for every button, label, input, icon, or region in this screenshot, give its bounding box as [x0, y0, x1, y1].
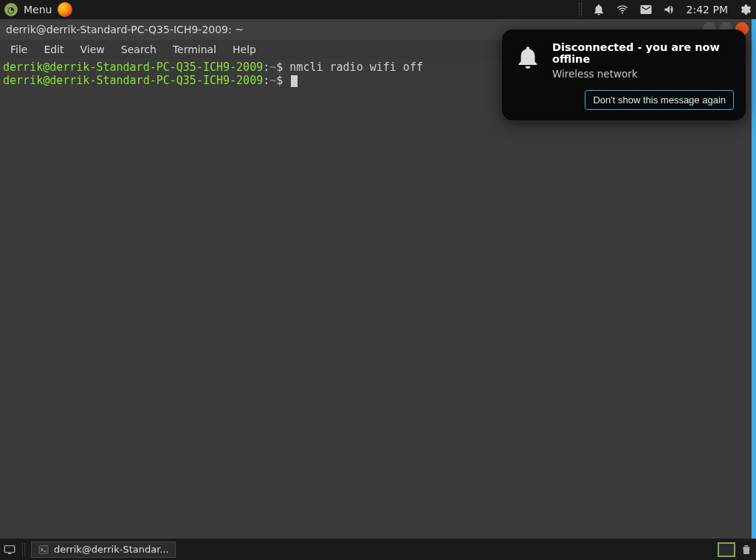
prompt-path: ~	[269, 74, 276, 87]
menu-button[interactable]: Menu	[24, 4, 52, 15]
menu-view[interactable]: View	[73, 42, 112, 57]
notifications-bell-icon[interactable]	[592, 3, 605, 16]
notification-dismiss-button[interactable]: Don't show this message again	[585, 90, 734, 110]
taskbar-window-button[interactable]: derrik@derrik-Standar...	[31, 542, 176, 558]
panel-separator-icon	[579, 3, 582, 16]
terminal-cursor-icon	[291, 75, 298, 87]
firefox-icon[interactable]	[58, 2, 72, 17]
taskbar-left: derrik@derrik-Standar...	[3, 542, 176, 558]
prompt-separator: :	[263, 74, 269, 87]
menu-search[interactable]: Search	[114, 42, 164, 57]
terminal-app-icon	[38, 544, 49, 556]
prompt-dollar: $	[276, 74, 289, 87]
notification-title: Disconnected - you are now offline	[552, 41, 734, 65]
prompt-path: ~	[269, 61, 276, 74]
mate-logo-icon[interactable]: ◔	[4, 3, 18, 16]
panel-separator-icon	[22, 543, 25, 556]
bottom-panel: derrik@derrik-Standar...	[0, 539, 756, 560]
notification-actions: Don't show this message again	[552, 90, 734, 110]
prompt-dollar: $	[276, 61, 289, 74]
svg-point-0	[622, 13, 623, 14]
window-title: derrik@derrik-Standard-PC-Q35-ICH9-2009:…	[6, 24, 244, 35]
command-text: nmcli radio wifi off	[289, 61, 423, 74]
notification-bell-icon	[514, 41, 542, 110]
mail-icon[interactable]	[639, 3, 653, 16]
menu-edit[interactable]: Edit	[36, 42, 71, 57]
taskbar-right	[718, 542, 753, 557]
notification-toast: Disconnected - you are now offline Wirel…	[502, 30, 746, 120]
terminal-body[interactable]: derrik@derrik-Standard-PC-Q35-ICH9-2009:…	[0, 59, 752, 539]
menu-file[interactable]: File	[3, 42, 35, 57]
right-edge-accent	[752, 19, 756, 539]
power-gear-icon[interactable]	[738, 3, 752, 16]
svg-rect-2	[8, 553, 12, 554]
prompt-user-host: derrik@derrik-Standard-PC-Q35-ICH9-2009	[3, 74, 263, 87]
taskbar-window-title: derrik@derrik-Standar...	[54, 544, 169, 555]
menu-help[interactable]: Help	[225, 42, 264, 57]
show-desktop-icon[interactable]	[3, 543, 16, 556]
clock[interactable]: 2:42 PM	[687, 4, 728, 15]
notification-subtitle: Wireless network	[552, 68, 734, 80]
top-panel: ◔ Menu 2:42 PM	[0, 0, 756, 19]
volume-icon[interactable]	[663, 3, 676, 16]
panel-left: ◔ Menu	[4, 2, 72, 17]
prompt-user-host: derrik@derrik-Standard-PC-Q35-ICH9-2009	[3, 61, 263, 74]
wifi-icon[interactable]	[616, 3, 629, 16]
notification-body: Disconnected - you are now offline Wirel…	[552, 41, 734, 110]
svg-rect-3	[39, 545, 48, 553]
menu-terminal[interactable]: Terminal	[165, 42, 224, 57]
svg-rect-1	[4, 545, 15, 552]
prompt-separator: :	[263, 61, 269, 74]
trash-icon[interactable]	[740, 543, 753, 556]
workspace-switcher[interactable]	[718, 542, 735, 557]
panel-right: 2:42 PM	[579, 3, 752, 16]
